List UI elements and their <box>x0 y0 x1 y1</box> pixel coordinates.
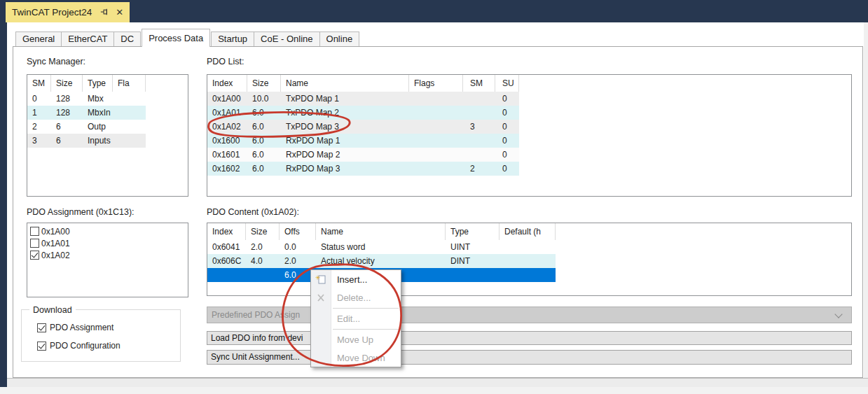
column-header[interactable]: Offs <box>280 223 316 240</box>
table-row[interactable]: 26Outp <box>27 120 146 134</box>
tab-ethercat[interactable]: EtherCAT <box>61 31 114 46</box>
column-header[interactable]: Size <box>51 75 83 92</box>
table-cell <box>409 92 463 106</box>
right-edge <box>864 22 868 394</box>
column-header[interactable]: Index <box>207 223 246 240</box>
delete-icon <box>311 288 331 307</box>
table-cell: 128 <box>51 92 83 106</box>
table-cell: 0x1A01 <box>207 106 247 120</box>
column-header[interactable]: Name <box>316 223 446 240</box>
checkbox[interactable] <box>37 323 46 332</box>
checkbox-label: 0x1A01 <box>41 239 70 248</box>
table-cell: 0x6041 <box>207 240 246 254</box>
table-row[interactable]: 36Inputs <box>27 134 146 148</box>
table-header: SMSizeTypeFla <box>27 75 188 92</box>
checkbox[interactable] <box>30 251 39 260</box>
table-row[interactable]: 0x60412.00.0Status wordUINT <box>207 240 556 254</box>
menu-item-move-down: Move Down <box>311 349 401 367</box>
close-icon[interactable]: ✕ <box>116 7 123 17</box>
table-cell: TxPDO Map 2 <box>281 106 409 120</box>
table-cell: 3 <box>27 134 51 148</box>
table-cell: 128 <box>51 106 83 120</box>
table-row[interactable]: 0x16006.0RxPDO Map 10 <box>207 134 519 148</box>
sync-manager-table: SMSizeTypeFla0128Mbx1128MbxIn26Outp36Inp… <box>27 74 188 197</box>
table-cell: 6.0 <box>247 148 281 162</box>
table-row[interactable]: 0x1A016.0TxPDO Map 20 <box>207 106 519 120</box>
pdo-content-label: PDO Content (0x1A02): <box>207 207 299 217</box>
table-cell <box>409 162 463 176</box>
table-cell: 3 <box>463 120 495 134</box>
predefined-pdo-assignment-combo[interactable]: Predefined PDO Assign <box>207 307 852 323</box>
checkbox-item[interactable]: 0x1A00 <box>30 225 188 237</box>
table-cell <box>463 106 495 120</box>
table-cell: 0 <box>495 120 519 134</box>
checkbox-item[interactable]: 0x1A02 <box>30 249 188 261</box>
table-row[interactable]: 0x16026.0RxPDO Map 320 <box>207 162 519 176</box>
checkbox[interactable] <box>30 227 39 236</box>
table-cell <box>500 240 556 254</box>
column-header[interactable]: Flags <box>409 75 463 92</box>
table-row[interactable]: 0x606C4.02.0Actual velocityDINT <box>207 254 556 268</box>
menu-separator <box>333 329 399 330</box>
column-header[interactable]: Type <box>446 223 500 240</box>
sync-unit-assignment-button[interactable]: Sync Unit Assignment... <box>207 350 852 365</box>
bottom-band-2 <box>0 387 868 394</box>
tab-general[interactable]: General <box>15 31 62 46</box>
checkbox-label: PDO Configuration <box>50 341 120 351</box>
predefined-pdo-assignment-text: Predefined PDO Assign <box>212 310 300 320</box>
load-pdo-info-button[interactable]: Load PDO info from devi <box>207 331 852 345</box>
column-header[interactable]: Index <box>207 75 247 92</box>
column-header[interactable]: Default (h <box>500 223 556 240</box>
column-header[interactable]: SU <box>495 75 519 92</box>
table-cell: 2 <box>463 162 495 176</box>
table-cell: 10.0 <box>247 92 281 106</box>
column-header[interactable]: SM <box>27 75 51 92</box>
left-edge <box>0 22 7 387</box>
column-header[interactable]: Fla <box>113 75 146 92</box>
table-row[interactable]: 0x1A0010.0TxPDO Map 10 <box>207 92 519 106</box>
table-cell <box>409 134 463 148</box>
table-row[interactable]: 0x16016.0RxPDO Map 20 <box>207 148 519 162</box>
column-header[interactable]: Name <box>281 75 409 92</box>
pin-icon[interactable] <box>99 7 110 17</box>
menu-separator <box>333 308 399 309</box>
document-tab[interactable]: TwinCAT Project24 ✕ <box>6 2 130 22</box>
column-header[interactable]: Size <box>246 223 280 240</box>
menu-item-label: Delete... <box>337 293 371 303</box>
checkbox[interactable] <box>37 342 46 351</box>
tab-online[interactable]: Online <box>319 31 360 46</box>
tab-process-data[interactable]: Process Data <box>142 29 210 47</box>
tab-coe-online[interactable]: CoE - Online <box>254 31 319 46</box>
table-cell: 0x1600 <box>207 134 247 148</box>
table-cell <box>409 120 463 134</box>
table-cell <box>500 268 556 282</box>
tab-strip: GeneralEtherCATDCProcess DataStartupCoE … <box>16 29 359 46</box>
checkbox[interactable] <box>30 239 39 248</box>
table-cell <box>463 148 495 162</box>
table-cell: DINT <box>446 254 500 268</box>
checkbox-label: 0x1A00 <box>41 227 70 237</box>
table-cell: 0x1A02 <box>207 120 247 134</box>
column-header[interactable]: Type <box>83 75 113 92</box>
tab-startup[interactable]: Startup <box>211 31 254 46</box>
table-row[interactable]: 1128MbxIn <box>27 106 146 120</box>
svg-text:✳: ✳ <box>315 274 321 281</box>
table-cell: Actual velocity <box>316 254 446 268</box>
table-cell <box>113 92 146 106</box>
checkbox-item[interactable]: PDO Assignment <box>22 318 180 337</box>
table-cell: 6.0 <box>247 134 281 148</box>
table-cell <box>113 106 146 120</box>
table-header: IndexSizeNameFlagsSMSU <box>207 75 851 92</box>
table-row[interactable]: 0128Mbx <box>27 92 146 106</box>
menu-item-insert[interactable]: ✳Insert... <box>311 270 401 288</box>
column-header[interactable]: SM <box>463 75 495 92</box>
table-cell: Outp <box>83 120 113 134</box>
pdo-list-label: PDO List: <box>207 57 244 66</box>
checkbox-item[interactable]: PDO Configuration <box>22 337 180 355</box>
tab-dc[interactable]: DC <box>113 31 141 46</box>
table-cell <box>446 268 500 282</box>
table-row[interactable]: 0x1A026.0TxPDO Map 330 <box>207 120 519 134</box>
column-header[interactable]: Size <box>247 75 281 92</box>
table-cell <box>500 254 556 268</box>
checkbox-item[interactable]: 0x1A01 <box>30 237 188 249</box>
